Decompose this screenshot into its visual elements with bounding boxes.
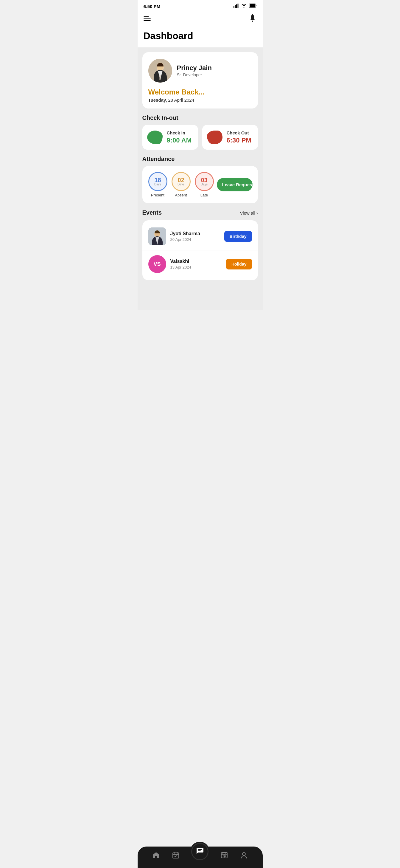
chat-icon (196, 846, 204, 857)
event-badge-holiday[interactable]: Holiday (226, 259, 252, 270)
attendance-section: Attendance 18 Days Present 02 Days Absen… (142, 156, 258, 203)
chat-center-button[interactable] (191, 843, 208, 860)
status-bar: 6:50 PM (138, 0, 263, 11)
absent-stat: 02 Days Absent (172, 172, 191, 197)
event-name-vaisakhi: Vaisakhi (170, 259, 222, 264)
profile-date: Tuesday, 28 April 2024 (148, 97, 252, 102)
welcome-text: Welcome Back... (148, 88, 252, 96)
profile-card: Princy Jain Sr. Developer Welcome Back..… (142, 52, 258, 108)
present-days-label: Days (154, 183, 161, 186)
event-date-vaisakhi: 13 Apr 2024 (170, 265, 222, 270)
checkinout-row: Check In 9:00 AM Check Out 6:30 PM (142, 125, 258, 150)
absent-type-label: Absent (175, 193, 187, 197)
schedule-icon (221, 851, 228, 861)
event-info-vaisakhi: Vaisakhi 13 Apr 2024 (170, 259, 222, 270)
main-content: Princy Jain Sr. Developer Welcome Back..… (138, 48, 263, 310)
svg-rect-3 (237, 4, 238, 8)
present-number: 18 (154, 177, 161, 183)
profile-icon (240, 851, 248, 861)
late-stat: 03 Days Late (195, 172, 214, 197)
status-time: 6:50 PM (143, 4, 161, 9)
checkout-label: Check Out (227, 130, 252, 135)
attendance-card: 18 Days Present 02 Days Absent 03 Days (142, 166, 258, 203)
late-days-label: Days (201, 183, 208, 186)
checkout-blob-icon (207, 130, 223, 144)
checkin-card[interactable]: Check In 9:00 AM (142, 125, 198, 150)
svg-rect-0 (234, 6, 234, 8)
svg-point-6 (252, 21, 253, 22)
checkin-label: Check In (167, 130, 192, 135)
checkout-info: Check Out 6:30 PM (227, 130, 252, 144)
wifi-icon (241, 4, 246, 9)
event-date-jyoti: 20 Apr 2024 (170, 237, 220, 242)
late-number: 03 (201, 177, 207, 183)
checkout-card[interactable]: Check Out 6:30 PM (202, 125, 258, 150)
checkinout-section: Check In-out Check In 9:00 AM Check Out … (142, 115, 258, 150)
checkinout-title: Check In-out (142, 115, 258, 121)
home-icon (152, 851, 160, 861)
svg-rect-15 (173, 853, 179, 858)
svg-point-18 (242, 852, 245, 856)
event-info-jyoti: Jyoti Sharma 20 Apr 2024 (170, 231, 220, 242)
checkin-blob-icon (147, 130, 163, 144)
svg-rect-1 (235, 5, 236, 8)
svg-rect-2 (236, 4, 237, 8)
status-icons (234, 4, 257, 9)
event-item: VS Vaisakhi 13 Apr 2024 Holiday (142, 250, 258, 278)
events-title: Events (142, 209, 162, 216)
calendar-check-icon (172, 851, 179, 861)
leave-request-button[interactable]: Leave Request (217, 178, 253, 191)
profile-nav-button[interactable] (240, 851, 248, 861)
present-circle: 18 Days (148, 172, 167, 191)
page-title-section: Dashboard (138, 28, 263, 48)
event-avatar-vaisakhi: VS (148, 255, 166, 273)
events-section: Events View all › (142, 209, 258, 280)
event-item: Jyoti Sharma 20 Apr 2024 Birthday (142, 223, 258, 250)
profile-role: Sr. Developer (177, 72, 212, 77)
svg-rect-5 (249, 4, 255, 7)
battery-icon (249, 4, 257, 9)
page-title: Dashboard (143, 30, 257, 41)
bottom-nav (138, 846, 263, 868)
chevron-right-icon: › (257, 211, 258, 216)
checkin-time: 9:00 AM (167, 136, 192, 144)
signal-icon (234, 4, 239, 9)
profile-name: Princy Jain (177, 64, 212, 72)
attendance-title: Attendance (142, 156, 258, 162)
event-name-jyoti: Jyoti Sharma (170, 231, 220, 237)
schedule-nav-button[interactable] (221, 851, 228, 861)
notification-bell-button[interactable] (248, 14, 257, 24)
late-type-label: Late (200, 193, 208, 197)
events-header: Events View all › (142, 209, 258, 217)
profile-top: Princy Jain Sr. Developer (148, 59, 252, 83)
checkin-info: Check In 9:00 AM (167, 130, 192, 144)
present-stat: 18 Days Present (148, 172, 167, 197)
events-card: Jyoti Sharma 20 Apr 2024 Birthday VS Vai… (142, 220, 258, 280)
attendance-stats: 18 Days Present 02 Days Absent 03 Days (148, 172, 214, 197)
profile-info: Princy Jain Sr. Developer (177, 64, 212, 77)
present-type-label: Present (151, 193, 164, 197)
absent-number: 02 (177, 177, 184, 183)
event-avatar-jyoti (148, 227, 166, 245)
checkout-time: 6:30 PM (227, 136, 252, 144)
svg-rect-11 (159, 75, 161, 80)
top-nav (138, 11, 263, 28)
hamburger-menu-icon[interactable] (143, 17, 151, 21)
late-circle: 03 Days (195, 172, 214, 191)
absent-circle: 02 Days (172, 172, 191, 191)
home-nav-button[interactable] (152, 851, 160, 861)
checkin-nav-button[interactable] (172, 851, 179, 861)
view-all-button[interactable]: View all › (240, 211, 258, 216)
absent-days-label: Days (177, 183, 185, 186)
event-badge-birthday[interactable]: Birthday (224, 231, 252, 242)
avatar (148, 59, 172, 83)
svg-rect-7 (252, 14, 253, 15)
